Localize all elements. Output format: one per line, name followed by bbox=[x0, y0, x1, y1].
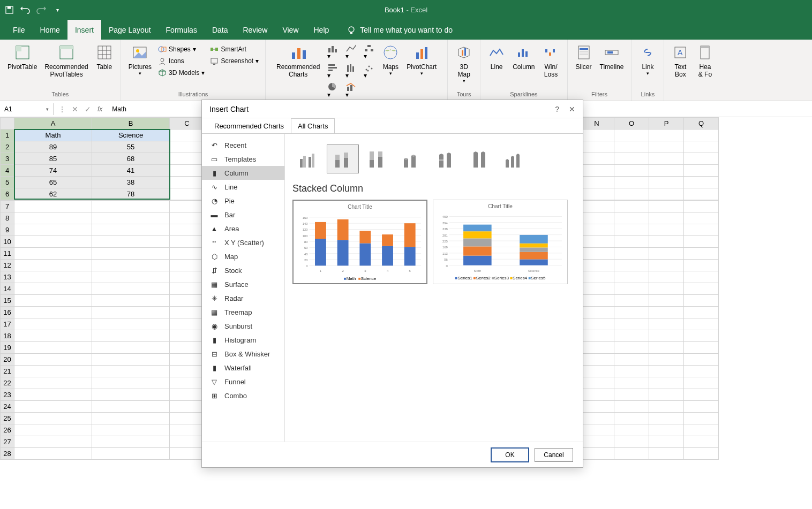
cell[interactable] bbox=[614, 389, 649, 401]
slicer-button[interactable]: Slicer bbox=[572, 42, 596, 85]
ok-button[interactable]: OK bbox=[491, 447, 529, 462]
redo-icon[interactable] bbox=[36, 5, 46, 15]
cell[interactable] bbox=[580, 153, 614, 165]
fx-icon[interactable]: fx bbox=[97, 105, 102, 113]
cell[interactable]: Math bbox=[14, 130, 92, 141]
cell[interactable] bbox=[170, 389, 205, 401]
cell[interactable] bbox=[684, 424, 719, 436]
cell[interactable] bbox=[170, 212, 205, 224]
cell[interactable] bbox=[614, 342, 649, 354]
maps-button[interactable]: Maps▾ bbox=[379, 42, 402, 85]
cell[interactable] bbox=[684, 212, 719, 224]
cell[interactable] bbox=[580, 188, 614, 200]
col-header-n[interactable]: N bbox=[580, 118, 614, 130]
subtype-stacked-column[interactable] bbox=[327, 145, 359, 173]
cell[interactable] bbox=[14, 413, 92, 424]
cell[interactable] bbox=[649, 401, 684, 413]
tab-view[interactable]: View bbox=[275, 20, 306, 40]
cell[interactable]: 68 bbox=[92, 153, 170, 165]
tab-all-charts[interactable]: All Charts bbox=[291, 118, 335, 134]
cell[interactable] bbox=[684, 177, 719, 188]
column-chart-dropdown[interactable]: ▾ bbox=[327, 44, 338, 60]
cell[interactable] bbox=[14, 377, 92, 389]
row-header[interactable]: 1 bbox=[1, 130, 14, 141]
row-header[interactable]: 25 bbox=[1, 413, 14, 424]
cell[interactable] bbox=[649, 342, 684, 354]
sparkline-column-button[interactable]: Column bbox=[509, 42, 538, 85]
cell[interactable] bbox=[580, 141, 614, 153]
cell[interactable] bbox=[580, 130, 614, 141]
cell[interactable] bbox=[580, 260, 614, 271]
line-chart-dropdown[interactable]: ▾ bbox=[345, 44, 356, 60]
undo-icon[interactable] bbox=[20, 5, 30, 15]
cell[interactable] bbox=[14, 248, 92, 260]
row-header[interactable]: 28 bbox=[1, 448, 14, 460]
cell[interactable] bbox=[170, 283, 205, 295]
subtype-100-stacked-column[interactable] bbox=[361, 145, 393, 173]
cell[interactable] bbox=[649, 224, 684, 236]
sparkline-winloss-button[interactable]: Win/ Loss bbox=[539, 42, 563, 85]
cell[interactable] bbox=[580, 366, 614, 377]
cell[interactable] bbox=[14, 236, 92, 248]
cell[interactable] bbox=[684, 201, 719, 212]
cell[interactable]: 89 bbox=[14, 141, 92, 153]
link-button[interactable]: Link▾ bbox=[636, 42, 659, 85]
cell[interactable]: 41 bbox=[92, 165, 170, 177]
cell[interactable]: 85 bbox=[14, 153, 92, 165]
cell[interactable] bbox=[614, 153, 649, 165]
cell[interactable] bbox=[614, 165, 649, 177]
cell[interactable] bbox=[580, 436, 614, 448]
cell[interactable] bbox=[92, 295, 170, 307]
chart-type-line[interactable]: ∿Line bbox=[202, 180, 284, 194]
cell[interactable] bbox=[649, 389, 684, 401]
cell[interactable] bbox=[170, 377, 205, 389]
help-icon[interactable]: ? bbox=[555, 105, 559, 113]
cell[interactable] bbox=[684, 330, 719, 342]
save-icon[interactable] bbox=[4, 5, 14, 15]
cell[interactable] bbox=[170, 236, 205, 248]
cell[interactable] bbox=[649, 413, 684, 424]
cell[interactable] bbox=[684, 342, 719, 354]
cell[interactable] bbox=[14, 201, 92, 212]
close-icon[interactable]: ✕ bbox=[569, 105, 575, 113]
cell[interactable] bbox=[14, 271, 92, 283]
chart-type-funnel[interactable]: ▽Funnel bbox=[202, 375, 284, 389]
tab-review[interactable]: Review bbox=[236, 20, 275, 40]
cell[interactable] bbox=[649, 201, 684, 212]
cell[interactable] bbox=[14, 212, 92, 224]
cell[interactable] bbox=[614, 366, 649, 377]
cell[interactable] bbox=[92, 436, 170, 448]
cell[interactable] bbox=[92, 401, 170, 413]
pictures-button[interactable]: Pictures▾ bbox=[125, 42, 155, 85]
cell[interactable] bbox=[580, 307, 614, 318]
cell[interactable] bbox=[170, 141, 205, 153]
cell[interactable] bbox=[170, 307, 205, 318]
cell[interactable] bbox=[614, 224, 649, 236]
cell[interactable] bbox=[614, 401, 649, 413]
cell[interactable] bbox=[14, 260, 92, 271]
cell[interactable] bbox=[170, 130, 205, 141]
cell[interactable] bbox=[684, 436, 719, 448]
cell[interactable] bbox=[92, 366, 170, 377]
textbox-button[interactable]: AText Box bbox=[668, 42, 692, 85]
subtype-3d-clustered-column[interactable] bbox=[395, 145, 427, 173]
chart-type-map[interactable]: ⬡Map bbox=[202, 249, 284, 263]
statistic-chart-dropdown[interactable]: ▾ bbox=[345, 63, 356, 79]
cell[interactable] bbox=[580, 413, 614, 424]
cell[interactable] bbox=[684, 295, 719, 307]
accept-formula-icon[interactable]: ✓ bbox=[85, 105, 91, 113]
col-header-c[interactable]: C bbox=[170, 118, 205, 130]
cell[interactable]: 74 bbox=[14, 165, 92, 177]
cell[interactable] bbox=[92, 201, 170, 212]
chart-type-recent[interactable]: ↶Recent bbox=[202, 138, 284, 152]
cell[interactable] bbox=[614, 212, 649, 224]
cell[interactable] bbox=[684, 260, 719, 271]
cell[interactable] bbox=[614, 295, 649, 307]
cell[interactable] bbox=[92, 283, 170, 295]
row-header[interactable]: 5 bbox=[1, 177, 14, 188]
cell[interactable]: 65 bbox=[14, 177, 92, 188]
chart-type-waterfall[interactable]: ▮Waterfall bbox=[202, 361, 284, 375]
subtype-3d-column[interactable] bbox=[498, 145, 530, 173]
cell[interactable] bbox=[170, 330, 205, 342]
cell[interactable] bbox=[580, 165, 614, 177]
